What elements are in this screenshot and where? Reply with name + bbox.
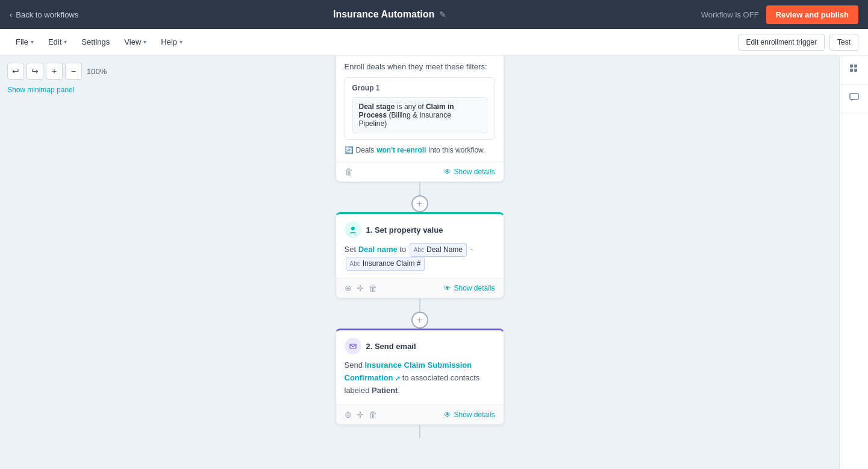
help-menu[interactable]: Help ▾ — [155, 35, 189, 49]
undo-button[interactable]: ↩ — [7, 63, 24, 80]
back-label: Back to workflows — [16, 10, 78, 19]
step1-title: 1. Set property value — [366, 225, 443, 234]
enroll-text: Enroll deals when they meet these filter… — [345, 62, 495, 71]
svg-rect-10 — [850, 93, 858, 99]
tag2-abc-icon: Abc — [350, 259, 360, 269]
redo-button[interactable]: ↪ — [27, 63, 43, 80]
canvas-content: ⚡ Deal enrollment trigger Enroll deals w… — [0, 55, 839, 469]
re-enroll-sync-icon: 🔄 — [345, 146, 354, 154]
step1-card: 1. Set property value Set Deal name to A… — [336, 212, 504, 298]
add-step-between-1-and-2[interactable]: + — [411, 312, 428, 329]
tag2-label: Insurance Claim # — [363, 258, 421, 269]
step2-card-body: 2. Send email Send Insurance Claim Submi… — [336, 330, 504, 404]
workflow-container: ⚡ Deal enrollment trigger Enroll deals w… — [329, 55, 510, 469]
remove-step-button[interactable]: − — [65, 63, 82, 80]
file-label: File — [16, 37, 28, 46]
step1-card-body: 1. Set property value Set Deal name to A… — [336, 214, 504, 278]
secondary-nav: File ▾ Edit ▾ Settings View ▾ Help ▾ Edi… — [0, 29, 868, 55]
step2-copy-button[interactable]: ⊕ — [345, 410, 352, 420]
step2-card-actions: ⊕ ✛ 🗑 — [345, 410, 377, 420]
plus-icon-2: + — [417, 315, 422, 326]
step1-move-button[interactable]: ✛ — [357, 283, 364, 293]
step1-property-content: Set Deal name to Abc Deal Name - Abc In — [345, 243, 495, 271]
top-nav-left: ‹ Back to workflows — [10, 10, 78, 19]
trigger-card: ⚡ Deal enrollment trigger Enroll deals w… — [336, 55, 504, 182]
edit-enrollment-trigger-button[interactable]: Edit enrollment trigger — [738, 34, 825, 51]
svg-rect-7 — [854, 65, 857, 68]
top-nav: ‹ Back to workflows Insurance Automation… — [0, 0, 868, 29]
dash-text: - — [470, 245, 473, 254]
group-label: Group 1 — [352, 84, 487, 92]
step1-show-details-link[interactable]: 👁 Show details — [444, 284, 495, 292]
svg-rect-6 — [850, 65, 853, 68]
step2-eye-icon: 👁 — [444, 411, 451, 419]
workflow-title: Insurance Automation — [333, 9, 434, 20]
view-menu[interactable]: View ▾ — [118, 35, 152, 49]
step2-delete-button[interactable]: 🗑 — [369, 410, 377, 420]
insurance-claim-tag: Abc Insurance Claim # — [346, 257, 425, 271]
top-nav-center: Insurance Automation ✎ — [333, 9, 446, 20]
external-link-icon: ↗ — [395, 375, 400, 382]
sidebar-chat-button[interactable] — [840, 84, 868, 113]
right-sidebar — [839, 55, 868, 469]
edit-title-icon[interactable]: ✎ — [439, 10, 446, 19]
deal-name-link[interactable]: Deal name — [358, 245, 398, 254]
step1-card-actions: ⊕ ✛ 🗑 — [345, 283, 377, 293]
sidebar-grid-button[interactable] — [840, 55, 868, 84]
group-box: Group 1 Deal stage is any of Claim in Pr… — [345, 77, 495, 140]
re-enroll-link[interactable]: won't re-enroll — [376, 146, 426, 154]
add-step-button[interactable]: + — [46, 63, 63, 80]
trigger-show-details-label: Show details — [454, 168, 495, 176]
step2-card: 2. Send email Send Insurance Claim Submi… — [336, 329, 504, 424]
trigger-card-footer: 🗑 👁 Show details — [336, 162, 504, 181]
step1-eye-icon: 👁 — [444, 284, 451, 292]
step1-copy-button[interactable]: ⊕ — [345, 283, 352, 293]
zoom-level: 100% — [84, 67, 109, 76]
step1-show-details-label: Show details — [454, 284, 495, 292]
step2-move-button[interactable]: ✛ — [357, 410, 364, 420]
connector-1 — [419, 182, 420, 195]
step2-card-footer: ⊕ ✛ 🗑 👁 Show details — [336, 404, 504, 424]
file-menu[interactable]: File ▾ — [10, 35, 40, 49]
step1-icon — [345, 221, 361, 238]
patient-label: Patient — [372, 386, 398, 395]
re-enroll-note: 🔄 Deals won't re-enroll into this workfl… — [345, 146, 495, 154]
plus-icon-1: + — [417, 198, 422, 209]
edit-chevron-icon: ▾ — [64, 39, 67, 45]
svg-rect-8 — [850, 69, 853, 72]
file-chevron-icon: ▾ — [31, 39, 34, 45]
test-button[interactable]: Test — [829, 34, 858, 51]
tag1-label: Deal Name — [426, 244, 463, 256]
canvas-wrapper: ↩ ↪ + − 100% Show minimap panel ⚡ Deal e… — [0, 55, 868, 469]
review-publish-button[interactable]: Review and publish — [766, 5, 858, 24]
tag1-abc-icon: Abc — [414, 245, 424, 255]
re-enroll-text1: Deals — [356, 146, 375, 154]
send-text: Send — [345, 360, 363, 370]
workflow-status: Workflow is OFF — [701, 10, 759, 19]
view-label: View — [124, 37, 141, 46]
deal-stage-label: Deal stage — [359, 102, 395, 111]
settings-menu[interactable]: Settings — [75, 35, 116, 49]
trigger-trash-icon[interactable]: 🗑 — [345, 167, 353, 177]
step2-show-details-label: Show details — [454, 411, 495, 419]
grid-icon — [849, 63, 860, 77]
back-to-workflows-link[interactable]: ‹ Back to workflows — [10, 10, 78, 19]
edit-menu[interactable]: Edit ▾ — [42, 35, 73, 49]
connector-5 — [419, 425, 420, 438]
trigger-card-body: Enroll deals when they meet these filter… — [336, 55, 504, 162]
step2-show-details-link[interactable]: 👁 Show details — [444, 411, 495, 419]
add-step-between-trigger-and-1[interactable]: + — [411, 195, 428, 212]
is-any-of-text: is any of — [397, 102, 426, 111]
step2-title: 2. Send email — [366, 342, 416, 351]
step2-card-header: 2. Send email — [345, 338, 495, 354]
trigger-show-details-link[interactable]: 👁 Show details — [444, 168, 495, 176]
secondary-nav-right: Edit enrollment trigger Test — [738, 34, 858, 51]
chevron-left-icon: ‹ — [10, 10, 12, 19]
period: . — [398, 386, 400, 395]
step2-icon — [345, 338, 361, 354]
step1-delete-button[interactable]: 🗑 — [369, 283, 377, 293]
top-nav-right: Workflow is OFF Review and publish — [701, 5, 858, 24]
to-text: to — [399, 245, 406, 254]
svg-point-3 — [351, 227, 355, 230]
settings-label: Settings — [81, 37, 110, 46]
